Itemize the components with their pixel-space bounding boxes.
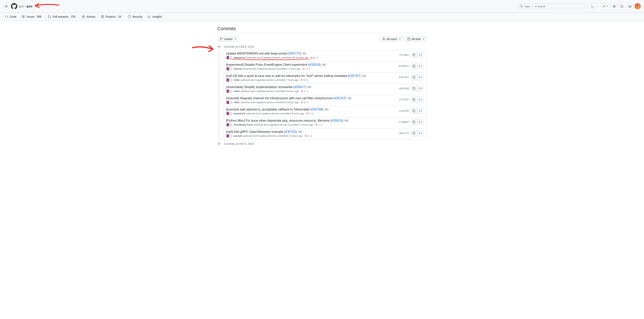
expand-commit-button[interactable]: ••• bbox=[322, 63, 326, 66]
create-new-button[interactable] bbox=[601, 3, 610, 10]
author-link[interactable]: drfloob bbox=[234, 68, 242, 70]
commit-title-link[interactable]: [experiment] Disable Posix EventEngine C… bbox=[226, 63, 321, 67]
hamburger-menu[interactable] bbox=[3, 3, 10, 10]
copy-sha-button[interactable] bbox=[411, 63, 417, 69]
avatar-stack[interactable] bbox=[226, 112, 233, 116]
avatar-stack[interactable] bbox=[226, 134, 233, 138]
commit-title-link[interactable]: [channel] Integrate channel init infrast… bbox=[226, 97, 346, 100]
pr-link[interactable]: #35810 bbox=[332, 119, 342, 122]
expand-commit-button[interactable]: ••• bbox=[344, 119, 349, 122]
branch-select-button[interactable]: master bbox=[217, 36, 239, 42]
author-link[interactable]: ctiller bbox=[234, 79, 240, 81]
avatar-stack[interactable] bbox=[226, 89, 233, 93]
status-fail-icon[interactable]: ✕ bbox=[301, 79, 303, 81]
checks-count[interactable]: 1 / 2 bbox=[308, 135, 312, 137]
nav-projects[interactable]: Projects 14 bbox=[99, 13, 124, 21]
commit-title-link[interactable]: [otel] Add gRPC OpenTelemetry example (#… bbox=[226, 130, 297, 134]
notifications-button[interactable] bbox=[627, 3, 633, 10]
checks-count[interactable]: 0 / 2 bbox=[304, 79, 308, 81]
avatar-stack[interactable] bbox=[226, 78, 233, 82]
committer-avatar[interactable] bbox=[229, 100, 233, 104]
nav-code[interactable]: Code bbox=[3, 13, 18, 21]
copy-sha-button[interactable] bbox=[411, 52, 417, 58]
commit-sha-link[interactable]: 72c3eb5 bbox=[397, 53, 411, 57]
copy-sha-button[interactable] bbox=[411, 97, 417, 103]
author-link[interactable]: XuanWang-Amos bbox=[234, 123, 253, 126]
commit-title-link[interactable]: [Python Misc] Fix issue when deprecate p… bbox=[226, 119, 343, 122]
status-fail-icon[interactable]: ✕ bbox=[315, 123, 317, 126]
commit-sha-link[interactable]: b2bf241 bbox=[397, 75, 411, 80]
nav-actions[interactable]: Actions bbox=[80, 13, 98, 21]
browse-repo-button[interactable] bbox=[417, 85, 424, 92]
pr-link[interactable]: #35819 bbox=[309, 63, 320, 66]
committer-avatar[interactable] bbox=[229, 89, 233, 93]
commit-sha-link[interactable]: 122a199 bbox=[397, 109, 411, 113]
pr-link[interactable]: #35817 bbox=[294, 85, 305, 89]
browse-repo-button[interactable] bbox=[417, 108, 424, 114]
committer-avatar[interactable] bbox=[229, 134, 233, 138]
copy-sha-button[interactable] bbox=[411, 108, 417, 114]
pr-link[interactable]: #35772 bbox=[289, 52, 300, 55]
browse-repo-button[interactable] bbox=[417, 74, 424, 80]
expand-commit-button[interactable]: ••• bbox=[347, 97, 352, 100]
author-link[interactable]: markdroth bbox=[234, 112, 245, 115]
commit-title-link[interactable]: Update MAINTAINERS.md with keep-sorted (… bbox=[226, 52, 301, 55]
browse-repo-button[interactable] bbox=[417, 130, 424, 136]
author-link[interactable]: yashykt bbox=[234, 135, 242, 137]
user-avatar[interactable] bbox=[634, 3, 641, 10]
github-logo[interactable] bbox=[11, 3, 17, 10]
checks-count[interactable]: 1 / 2 bbox=[309, 112, 314, 115]
checks-count[interactable]: 1 / 2 bbox=[306, 68, 310, 70]
commit-time[interactable]: 8 hours ago bbox=[286, 90, 299, 93]
commit-title-link[interactable]: [observable] Simplify implementation som… bbox=[226, 85, 306, 89]
issues-button[interactable] bbox=[611, 3, 617, 10]
commit-title-link[interactable]: [call-v3] Add a quick & easy way to add … bbox=[226, 74, 360, 78]
breadcrumb-repo[interactable]: grpc bbox=[26, 5, 32, 8]
committer-avatar[interactable] bbox=[229, 67, 233, 71]
search-input[interactable]: Type / to search bbox=[518, 4, 585, 9]
breadcrumb-owner[interactable]: grpc bbox=[19, 5, 24, 8]
pr-link[interactable]: #35797 bbox=[349, 74, 359, 78]
commit-time[interactable]: 7 hours ago bbox=[288, 68, 300, 70]
status-fail-icon[interactable]: ✕ bbox=[301, 101, 303, 104]
nav-security[interactable]: Security bbox=[126, 13, 144, 21]
commit-time[interactable]: 13 hours ago bbox=[289, 135, 302, 137]
author-link[interactable]: ctiller bbox=[234, 101, 240, 104]
time-filter-button[interactable]: All time bbox=[405, 36, 427, 42]
checks-count[interactable]: 1 / 2 bbox=[304, 90, 308, 93]
users-filter-button[interactable]: All users bbox=[380, 36, 403, 42]
checks-count[interactable]: 1 / 2 bbox=[318, 123, 322, 126]
status-fail-icon[interactable]: ✕ bbox=[303, 68, 305, 70]
commit-sha-link[interactable]: ab26c88 bbox=[397, 86, 411, 91]
author-link[interactable]: ctiller bbox=[234, 90, 240, 93]
nav-pulls[interactable]: Pull requests 276 bbox=[46, 13, 78, 21]
committer-avatar[interactable] bbox=[229, 112, 233, 116]
nav-insights[interactable]: Insights bbox=[146, 13, 164, 21]
browse-repo-button[interactable] bbox=[417, 97, 424, 103]
command-palette-button[interactable] bbox=[590, 3, 596, 10]
copy-sha-button[interactable] bbox=[411, 130, 417, 136]
commit-time[interactable]: 7 hours ago bbox=[286, 79, 299, 81]
browse-repo-button[interactable] bbox=[417, 63, 424, 69]
avatar-stack[interactable] bbox=[226, 123, 233, 127]
status-fail-icon[interactable]: ✕ bbox=[306, 112, 308, 115]
copy-sha-button[interactable] bbox=[411, 85, 417, 92]
expand-commit-button[interactable]: ••• bbox=[298, 130, 302, 133]
pulls-button[interactable] bbox=[619, 3, 625, 10]
commit-sha-link[interactable]: 5c988a4 bbox=[397, 120, 411, 124]
commit-sha-link[interactable]: 3ebccf5 bbox=[397, 131, 411, 135]
commit-time[interactable]: 8 hours ago bbox=[286, 101, 299, 104]
avatar-stack[interactable] bbox=[226, 100, 233, 104]
browse-repo-button[interactable] bbox=[417, 52, 424, 58]
expand-commit-button[interactable]: ••• bbox=[324, 108, 329, 111]
committer-avatar[interactable] bbox=[229, 123, 233, 127]
expand-commit-button[interactable]: ••• bbox=[302, 52, 307, 55]
commit-sha-link[interactable]: 3ff5352 bbox=[397, 98, 411, 102]
expand-commit-button[interactable]: ••• bbox=[307, 86, 312, 89]
committer-avatar[interactable] bbox=[229, 78, 233, 82]
commit-title-link[interactable]: [promise] add optional is_acceptable cal… bbox=[226, 108, 323, 111]
browse-repo-button[interactable] bbox=[417, 119, 424, 125]
copy-sha-button[interactable] bbox=[411, 119, 417, 125]
commit-sha-link[interactable]: 6cd53e1 bbox=[397, 64, 411, 68]
pr-link[interactable]: #35789 bbox=[312, 108, 322, 111]
